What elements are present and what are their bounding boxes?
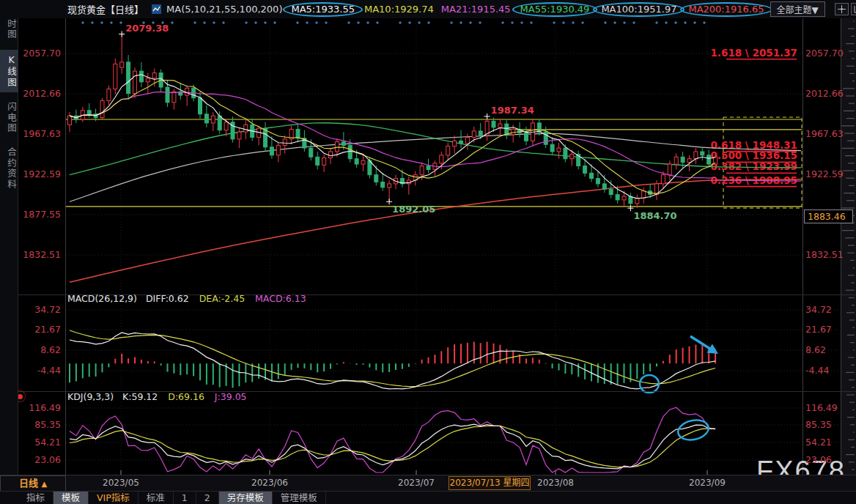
svg-text:1.618 \ 2051.37: 1.618 \ 2051.37 — [710, 47, 797, 59]
right-axis-tick: 54.21 — [805, 437, 851, 448]
right-axis-tick: 8.62 — [805, 344, 851, 355]
kdj-indicator-header: KDJ(9,3,3) K:59.12 D:69.16 J:39.05 — [67, 391, 247, 402]
left-axis-tick: 116.49 — [18, 402, 61, 413]
right-axis-tick: 1832.51 — [805, 249, 851, 260]
ma55-value: MA55:1930.49 — [512, 2, 598, 17]
left-axis-tick: 8.62 — [18, 344, 61, 355]
tab-manage-templates[interactable]: 管理模板 — [273, 492, 326, 504]
kdj-j-value: J:39.05 — [215, 391, 247, 402]
left-axis-tick: 21.67 — [18, 324, 61, 335]
macd-diff-value: DIFF:0.62 — [146, 293, 189, 304]
left-axis-tick: 1832.51 — [18, 249, 61, 260]
chart-canvas[interactable]: 1.618 \ 2051.370.618 \ 1948.310.500 \ 19… — [0, 0, 856, 504]
left-axis-tick: 54.21 — [18, 437, 61, 448]
left-axis-tick: 2057.70 — [18, 48, 61, 59]
right-axis-tick: 116.49 — [805, 402, 851, 413]
tab-template-2[interactable]: 2 — [196, 492, 219, 504]
left-axis-tick: 23.06 — [18, 454, 61, 465]
sidebar-item-contract-info[interactable]: 合约资料 — [0, 143, 18, 194]
left-axis-tick: 1967.63 — [18, 128, 61, 139]
theme-dropdown-button[interactable]: 全部主题▼ — [770, 1, 825, 17]
right-axis-tick: 21.67 — [805, 324, 851, 335]
pan-icon[interactable] — [835, 3, 849, 15]
tab-templates[interactable]: 模板 — [54, 492, 89, 504]
left-axis-tick: 2012.66 — [18, 88, 61, 99]
ma21-value: MA21:1915.45 — [441, 4, 511, 15]
kdj-k-value: K:59.12 — [122, 391, 158, 402]
bottom-tab-bar: 指标 模板 VIP指标 标准 1 2 另存模板 管理模板 — [0, 491, 856, 504]
topbar: 现货黄金【日线】 MA(5,10,21,55,100,200) MA5:1933… — [0, 0, 856, 18]
ma-settings-label: MA(5,10,21,55,100,200) — [166, 4, 282, 15]
svg-text:0.618 \ 1948.31: 0.618 \ 1948.31 — [710, 139, 797, 151]
selected-date-label: 2023/07/13 星期四 — [449, 476, 531, 490]
period-arrow-icon: ▲ — [41, 480, 47, 488]
sidebar-item-kline-chart[interactable]: K线图 — [0, 50, 18, 92]
svg-text:2079.38: 2079.38 — [125, 23, 169, 34]
right-axis-tick: 1922.59 — [805, 168, 851, 179]
sidebar-item-lightning-chart[interactable]: 闪电图 — [0, 97, 18, 138]
month-label: 2023/07 — [391, 478, 442, 488]
left-axis-tick: 1922.59 — [18, 168, 61, 179]
macd-hist-value: MACD:6.13 — [255, 293, 306, 304]
tab-standard[interactable]: 标准 — [139, 492, 174, 504]
right-axis-tick: 23.06 — [805, 454, 851, 465]
kdj-d-value: D:69.16 — [168, 391, 204, 402]
tab-vip-indicators[interactable]: VIP指标 — [89, 492, 139, 504]
svg-text:1884.70: 1884.70 — [633, 210, 676, 221]
left-axis-tick: 85.35 — [18, 419, 61, 430]
symbol-title: 现货黄金【日线】 — [67, 2, 144, 16]
kdj-name: KDJ(9,3,3) — [67, 391, 114, 402]
left-axis-tick: 1877.55 — [18, 209, 61, 220]
zoom-axis-icon[interactable] — [851, 3, 856, 15]
macd-dea-value: DEA:-2.45 — [199, 293, 245, 304]
ma200-value: MA200:1916.65 — [680, 2, 772, 17]
left-axis-tick: 34.72 — [18, 304, 61, 315]
left-axis-tick: -4.44 — [18, 365, 61, 376]
svg-text:1987.34: 1987.34 — [491, 105, 534, 116]
tab-indicators[interactable]: 指标 — [18, 492, 54, 504]
right-axis-tick: 34.72 — [805, 304, 851, 315]
month-label: 2023/05 — [95, 478, 147, 488]
ma5-value: MA5:1933.55 — [283, 2, 363, 17]
ma10-value: MA10:1929.74 — [364, 4, 434, 15]
period-selector[interactable]: 日线 ▲ — [0, 475, 66, 492]
month-label: 2023/06 — [244, 478, 295, 488]
current-price-badge: 1883.46 — [804, 210, 853, 223]
right-axis-tick: 2057.70 — [805, 48, 851, 59]
macd-indicator-header: MACD(26,12,9) DIFF:0.62 DEA:-2.45 MACD:6… — [67, 293, 306, 304]
right-axis-tick: 2012.66 — [805, 88, 851, 99]
macd-name: MACD(26,12,9) — [67, 293, 137, 304]
svg-text:0.500 \ 1936.15: 0.500 \ 1936.15 — [710, 149, 797, 161]
svg-text:1892.05: 1892.05 — [392, 204, 435, 215]
tab-template-1[interactable]: 1 — [174, 492, 196, 504]
right-axis-tick: 1967.63 — [805, 128, 851, 139]
right-axis-tick: 85.35 — [805, 419, 851, 430]
month-label: 2023/09 — [682, 478, 733, 488]
month-label: 2023/08 — [530, 478, 581, 488]
sidebar: 分时图 K线图 闪电图 合约资料 — [0, 0, 18, 475]
chart-toolbar — [833, 3, 856, 15]
period-label: 日线 — [19, 478, 38, 489]
time-axis: 日线 ▲ 2023/052023/062023/072023/082023/09… — [0, 475, 856, 491]
tab-save-template[interactable]: 另存模板 — [219, 492, 273, 504]
right-axis-tick: -4.44 — [805, 365, 851, 376]
ma100-value: MA100:1951.97 — [593, 2, 685, 17]
kline-mini-icon — [152, 4, 161, 14]
